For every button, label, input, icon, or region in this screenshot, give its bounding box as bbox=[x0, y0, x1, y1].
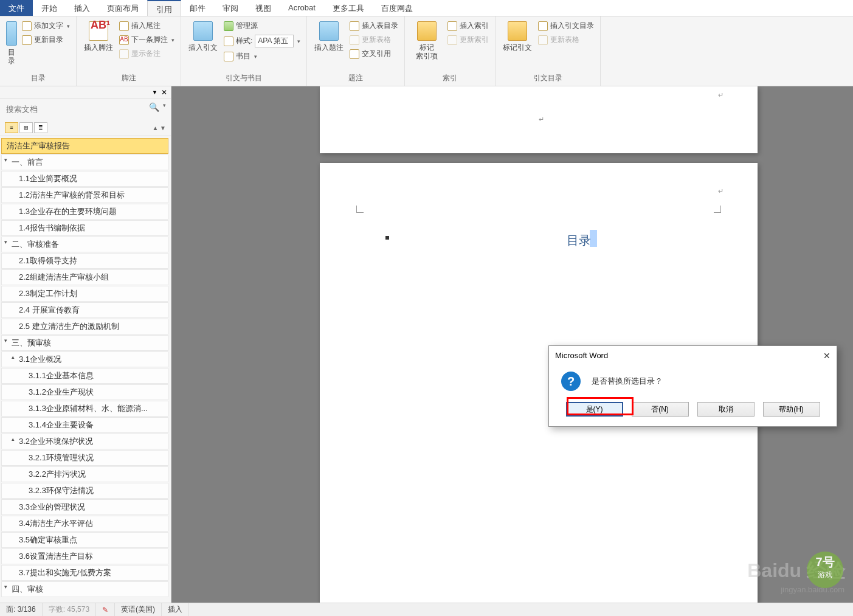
crop-mark bbox=[714, 206, 721, 213]
add-text-icon bbox=[22, 21, 32, 31]
tab-baidu[interactable]: 百度网盘 bbox=[373, 0, 421, 16]
tree-item[interactable]: 1.4报告书编制依据 bbox=[1, 220, 168, 236]
tree-item[interactable]: 3.2.1环境管理状况 bbox=[1, 450, 168, 466]
tab-acrobat[interactable]: Acrobat bbox=[280, 0, 324, 16]
update-toc-button[interactable]: 更新目录 bbox=[21, 34, 71, 46]
update-authority-button: 更新表格 bbox=[537, 34, 595, 46]
tree-item[interactable]: 3.7提出和实施无/低费方案 bbox=[1, 565, 168, 581]
tree-item[interactable]: ▾二、审核准备 bbox=[1, 237, 168, 252]
proofing-icon: ✎ bbox=[102, 606, 108, 614]
bibliography-icon bbox=[224, 52, 233, 61]
tab-view[interactable]: 视图 bbox=[247, 0, 280, 16]
tab-references[interactable]: 引用 bbox=[147, 0, 181, 16]
insert-figure-toc-button[interactable]: 插入表目录 bbox=[348, 20, 399, 32]
dialog-message: 是否替换所选目录？ bbox=[592, 376, 663, 387]
status-page[interactable]: 面: 3/136 bbox=[0, 603, 43, 616]
no-button[interactable]: 否(N) bbox=[632, 402, 689, 417]
status-language[interactable]: 英语(美国) bbox=[115, 603, 162, 616]
group-footnotes: AB¹ 插入脚注 插入尾注 AB下一条脚注▾ 显示备注 脚注 bbox=[77, 16, 181, 86]
yes-button[interactable]: 是(Y) bbox=[566, 402, 623, 417]
mark-index-button[interactable]: 标记 索引项 bbox=[410, 19, 444, 63]
tab-home[interactable]: 开始 bbox=[33, 0, 66, 16]
nav-tree[interactable]: 清洁生产审核报告 ▾一、前言1.1企业简要概况1.2清洁生产审核的背景和目标1.… bbox=[0, 136, 171, 603]
show-notes-button: 显示备注 bbox=[118, 48, 176, 60]
tree-item[interactable]: 3.5确定审核重点 bbox=[1, 532, 168, 548]
help-button[interactable]: 帮助(H) bbox=[763, 402, 820, 417]
tree-item[interactable]: 2.4 开展宣传教育 bbox=[1, 302, 168, 318]
mark-citation-button[interactable]: 标记引文 bbox=[500, 19, 534, 54]
view-tab-headings[interactable]: ≡ bbox=[5, 122, 18, 133]
tab-review[interactable]: 审阅 bbox=[214, 0, 247, 16]
next-footnote-button[interactable]: AB下一条脚注▾ bbox=[118, 34, 176, 46]
view-tab-pages[interactable]: ⊞ bbox=[19, 122, 33, 133]
tree-item[interactable]: 3.2.2产排污状况 bbox=[1, 466, 168, 482]
style-icon bbox=[224, 36, 233, 46]
tree-item[interactable]: 2.5 建立清洁生产的激励机制 bbox=[1, 319, 168, 334]
tree-item[interactable]: 1.2清洁生产审核的背景和目标 bbox=[1, 187, 168, 203]
tree-item[interactable]: 2.3制定工作计划 bbox=[1, 286, 168, 302]
nav-collapse-icon[interactable]: ▲ ▼ bbox=[152, 125, 166, 131]
tab-file[interactable]: 文件 bbox=[0, 0, 33, 16]
tree-item[interactable]: 3.1.3企业原辅材料、水、能源消... bbox=[1, 401, 168, 417]
cross-ref-button[interactable]: 交叉引用 bbox=[348, 48, 399, 60]
nav-dropdown-icon[interactable]: ▼ bbox=[152, 89, 157, 95]
tree-item[interactable]: 2.2组建清洁生产审核小组 bbox=[1, 269, 168, 285]
status-mode[interactable]: 插入 bbox=[162, 603, 189, 616]
tree-item[interactable]: 2.1取得领导支持 bbox=[1, 253, 168, 269]
tree-item[interactable]: 3.1.2企业生产现状 bbox=[1, 384, 168, 400]
paragraph-mark: ↵ bbox=[718, 187, 723, 195]
tree-item[interactable]: 3.1.4企业主要设备 bbox=[1, 417, 168, 433]
watermark-url: jingyan.baidu.com bbox=[781, 585, 844, 594]
status-words[interactable]: 字数: 45,573 bbox=[43, 603, 96, 616]
tree-item[interactable]: ▾四、审核 bbox=[1, 581, 168, 597]
toc-button[interactable]: 目录 bbox=[5, 19, 18, 67]
insert-index-button[interactable]: 插入索引 bbox=[446, 20, 490, 32]
search-input[interactable] bbox=[5, 102, 147, 116]
style-select[interactable]: APA 第五 bbox=[255, 35, 294, 47]
tree-item[interactable]: 3.6设置清洁生产目标 bbox=[1, 549, 168, 564]
paragraph-bullet bbox=[385, 236, 389, 240]
tree-item[interactable]: ▴3.2企业环境保护状况 bbox=[1, 434, 168, 449]
group-citations: 插入引文 管理源 样式: APA 第五▾ 书目▾ 引文与书目 bbox=[181, 16, 307, 86]
dialog-close-button[interactable]: ✕ bbox=[823, 351, 831, 361]
tree-item[interactable]: 1.3企业存在的主要环境问题 bbox=[1, 204, 168, 220]
index-icon bbox=[417, 21, 437, 41]
insert-caption-button[interactable]: 插入题注 bbox=[312, 19, 346, 54]
nav-close-icon[interactable]: ✕ bbox=[161, 88, 167, 97]
insert-footnote-button[interactable]: AB¹ 插入脚注 bbox=[81, 19, 116, 54]
tree-item[interactable]: ▾一、前言 bbox=[1, 154, 168, 170]
insert-citation-button[interactable]: 插入引文 bbox=[186, 19, 220, 54]
tab-more[interactable]: 更多工具 bbox=[324, 0, 373, 16]
update-auth-icon bbox=[538, 35, 548, 45]
cancel-button[interactable]: 取消 bbox=[697, 402, 755, 417]
tree-item[interactable]: ▴3.1企业概况 bbox=[1, 351, 168, 367]
pages-icon: ⊞ bbox=[24, 125, 29, 131]
manage-sources-button[interactable]: 管理源 bbox=[223, 20, 302, 32]
tree-item[interactable]: 3.1.1企业基本信息 bbox=[1, 368, 168, 384]
search-options-icon[interactable]: ▾ bbox=[163, 102, 166, 116]
insert-endnote-button[interactable]: 插入尾注 bbox=[118, 20, 176, 32]
next-footnote-icon: AB bbox=[119, 35, 129, 45]
tab-insert[interactable]: 插入 bbox=[66, 0, 98, 16]
citation-style-button[interactable]: 样式: APA 第五▾ bbox=[223, 34, 302, 48]
navigation-pane: ▼ ✕ 🔍 ▾ ≡ ⊞ ≣ ▲ ▼ 清洁生产审核报告 ▾一、前言1.1企业简要概… bbox=[0, 86, 171, 603]
tab-mail[interactable]: 邮件 bbox=[181, 0, 214, 16]
search-icon[interactable]: 🔍 bbox=[149, 102, 159, 116]
insert-authority-button[interactable]: 插入引文目录 bbox=[537, 20, 595, 32]
tree-item[interactable]: 3.3企业的管理状况 bbox=[1, 499, 168, 515]
tree-item[interactable]: 1.1企业简要概况 bbox=[1, 171, 168, 187]
tree-root[interactable]: 清洁生产审核报告 bbox=[1, 138, 168, 154]
bibliography-button[interactable]: 书目▾ bbox=[223, 50, 302, 62]
svg-text:游戏: 游戏 bbox=[818, 570, 832, 579]
dialog-title: Microsoft Word bbox=[555, 351, 608, 361]
tree-item[interactable]: 3.2.3环保守法情况 bbox=[1, 483, 168, 499]
add-text-button[interactable]: 添加文字▾ bbox=[21, 20, 71, 32]
fig-toc-icon bbox=[350, 21, 359, 31]
status-proofing[interactable]: ✎ bbox=[96, 603, 115, 616]
status-bar: 面: 3/136 字数: 45,573 ✎ 英语(美国) 插入 bbox=[0, 603, 853, 616]
document-area[interactable]: ↵ ↵ ↵ 目录 Microsoft Word ✕ ? 是否替换所选目录？ 是(… bbox=[171, 86, 853, 603]
tree-item[interactable]: 3.4清洁生产水平评估 bbox=[1, 516, 168, 531]
tree-item[interactable]: ▾三、预审核 bbox=[1, 335, 168, 351]
view-tab-results[interactable]: ≣ bbox=[34, 122, 47, 133]
tab-layout[interactable]: 页面布局 bbox=[98, 0, 147, 16]
